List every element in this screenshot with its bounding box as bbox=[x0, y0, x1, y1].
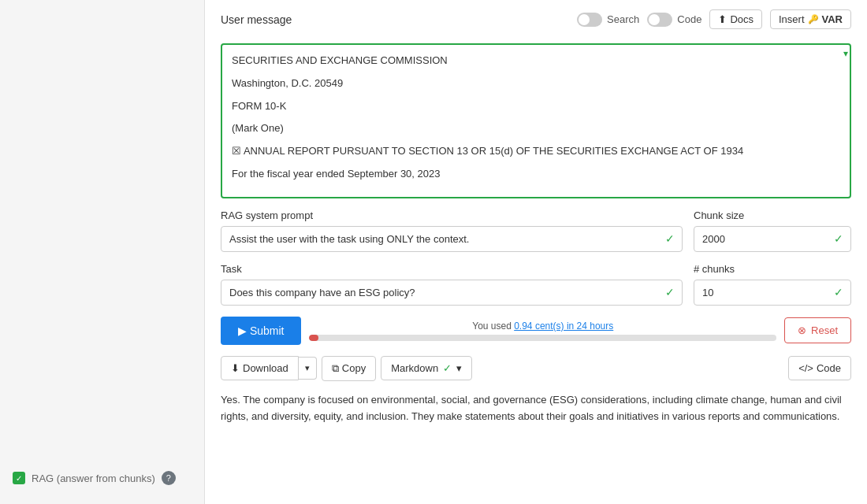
header-controls: Search Code ⬆ Docs Insert 🔑 VAR bbox=[577, 9, 851, 29]
download-icon: ⬇ bbox=[231, 362, 240, 374]
markdown-button-label: Markdown bbox=[391, 362, 438, 374]
task-chunks-row: Task ✓ # chunks ✓ bbox=[221, 263, 851, 306]
insert-button-label: Insert bbox=[779, 13, 805, 25]
message-line-1: SECURITIES AND EXCHANGE COMMISSION bbox=[232, 53, 840, 69]
rag-chunk-row: RAG system prompt ✓ Chunk size ✓ bbox=[221, 209, 851, 252]
download-action: ⬇ Download ▾ bbox=[221, 356, 317, 380]
task-check: ✓ bbox=[665, 286, 675, 298]
help-icon[interactable]: ? bbox=[162, 471, 176, 485]
expand-icon: ▾ bbox=[843, 46, 848, 61]
reset-button-label: Reset bbox=[811, 324, 838, 336]
header-row: User message Search Code ⬆ Docs Insert 🔑… bbox=[221, 9, 851, 29]
rag-prompt-wrapper: ✓ bbox=[221, 226, 683, 252]
chunk-size-group: Chunk size ✓ bbox=[694, 209, 851, 252]
code-toggle-label: Code bbox=[677, 13, 701, 25]
insert-button[interactable]: Insert 🔑 VAR bbox=[770, 9, 851, 29]
code-toggle-group: Code bbox=[647, 13, 701, 27]
chunk-size-wrapper: ✓ bbox=[694, 226, 851, 252]
chevron-down-icon-2: ▾ bbox=[456, 362, 462, 374]
copy-button[interactable]: ⧉ Copy bbox=[322, 356, 376, 381]
rag-prompt-label: RAG system prompt bbox=[221, 209, 683, 221]
task-group: Task ✓ bbox=[221, 263, 683, 306]
code-icon: </> bbox=[798, 362, 813, 374]
chunks-input[interactable] bbox=[694, 280, 851, 306]
rag-prompt-input[interactable] bbox=[221, 226, 683, 252]
user-message-area[interactable]: ▾ SECURITIES AND EXCHANGE COMMISSION Was… bbox=[221, 43, 851, 198]
docs-button[interactable]: ⬆ Docs bbox=[709, 9, 762, 29]
download-button-label: Download bbox=[243, 362, 288, 374]
upload-icon: ⬆ bbox=[718, 13, 727, 25]
var-button-label: VAR bbox=[822, 13, 843, 25]
message-line-4: (Mark One) bbox=[232, 120, 840, 137]
message-line-3: FORM 10-K bbox=[232, 98, 840, 115]
progress-fill bbox=[309, 335, 318, 341]
sidebar: ✓ RAG (answer from chunks) ? bbox=[0, 0, 205, 504]
chevron-down-icon: ▾ bbox=[305, 363, 310, 372]
user-message-label: User message bbox=[221, 13, 292, 26]
message-line-5: ☒ ANNUAL REPORT PURSUANT TO SECTION 13 O… bbox=[232, 143, 840, 160]
rag-prompt-group: RAG system prompt ✓ bbox=[221, 209, 683, 252]
rag-checkbox[interactable]: ✓ bbox=[13, 472, 25, 484]
chunks-label: # chunks bbox=[694, 263, 851, 275]
download-dropdown-button[interactable]: ▾ bbox=[299, 357, 317, 380]
copy-button-label: Copy bbox=[342, 362, 366, 374]
rag-prompt-check: ✓ bbox=[665, 232, 675, 245]
search-toggle-label: Search bbox=[607, 13, 639, 25]
rag-item[interactable]: ✓ RAG (answer from chunks) ? bbox=[9, 465, 195, 491]
download-button[interactable]: ⬇ Download bbox=[221, 356, 299, 380]
usage-progress: You used 0.94 cent(s) in 24 hours bbox=[309, 321, 776, 341]
result-text: Yes. The company is focused on environme… bbox=[221, 392, 851, 425]
usage-text: You used 0.94 cent(s) in 24 hours bbox=[472, 321, 613, 332]
code-button-label: Code bbox=[817, 362, 841, 374]
task-label: Task bbox=[221, 263, 683, 275]
search-toggle-group: Search bbox=[577, 13, 639, 27]
reset-button[interactable]: ⊗ Reset bbox=[784, 317, 851, 343]
chunks-check: ✓ bbox=[834, 286, 843, 298]
usage-link[interactable]: 0.94 cent(s) in 24 hours bbox=[514, 321, 613, 332]
code-button[interactable]: </> Code bbox=[788, 356, 851, 380]
main-content: User message Search Code ⬆ Docs Insert 🔑… bbox=[205, 0, 867, 504]
chunks-group: # chunks ✓ bbox=[694, 263, 851, 306]
chunks-wrapper: ✓ bbox=[694, 280, 851, 306]
message-line-6: For the fiscal year ended September 30, … bbox=[232, 166, 840, 183]
docs-button-label: Docs bbox=[730, 13, 754, 25]
submit-row: ▶ Submit You used 0.94 cent(s) in 24 hou… bbox=[221, 317, 851, 345]
code-toggle[interactable] bbox=[647, 13, 672, 27]
markdown-check-icon: ✓ bbox=[443, 362, 452, 374]
chunk-size-label: Chunk size bbox=[694, 209, 851, 221]
copy-icon: ⧉ bbox=[332, 362, 339, 375]
rag-label: RAG (answer from chunks) bbox=[32, 472, 155, 484]
message-line-2: Washington, D.C. 20549 bbox=[232, 76, 840, 92]
var-icon: 🔑 bbox=[808, 14, 819, 24]
reset-icon: ⊗ bbox=[798, 324, 806, 336]
usage-prefix: You used bbox=[472, 321, 514, 332]
chunk-size-check: ✓ bbox=[834, 232, 843, 245]
task-input[interactable] bbox=[221, 280, 683, 306]
bottom-toolbar: ⬇ Download ▾ ⧉ Copy Markdown ✓ ▾ </> Cod… bbox=[221, 356, 851, 381]
markdown-button[interactable]: Markdown ✓ ▾ bbox=[381, 356, 472, 380]
search-toggle[interactable] bbox=[577, 13, 602, 27]
progress-bar bbox=[309, 335, 776, 341]
submit-button[interactable]: ▶ Submit bbox=[221, 317, 301, 345]
chunk-size-input[interactable] bbox=[694, 226, 851, 252]
task-wrapper: ✓ bbox=[221, 280, 683, 306]
